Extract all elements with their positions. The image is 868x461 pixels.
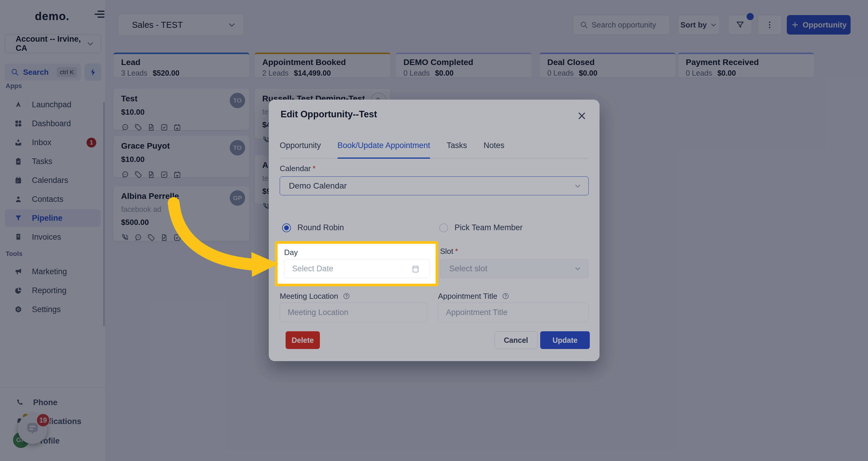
tutorial-arrow — [162, 191, 286, 279]
calendar-icon — [411, 264, 420, 273]
day-date-input[interactable] — [284, 259, 430, 278]
day-field-highlight: Day — [275, 241, 438, 286]
tour-overlay — [0, 0, 868, 461]
day-field-label: Day — [284, 248, 298, 257]
app-screen: demo. Account -- Irvine, CA Search ctrl … — [0, 0, 868, 461]
